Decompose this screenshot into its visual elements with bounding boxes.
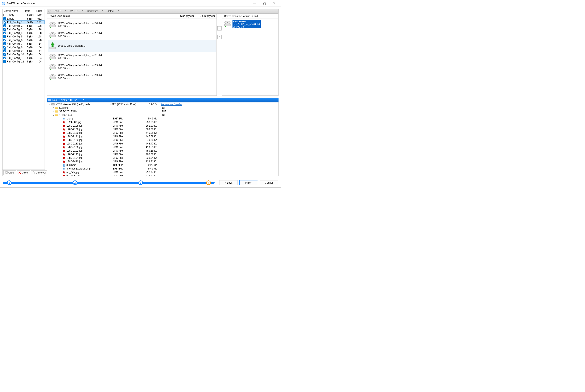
config-checkbox[interactable]	[3, 35, 6, 38]
step-4[interactable]: 4	[206, 180, 211, 185]
config-header-type[interactable]: Type	[23, 9, 33, 13]
available-drive-item[interactable]: H:\Work\Filetypes\raid5_for_pr\d04.dsk20…	[224, 20, 277, 28]
config-checkbox[interactable]	[3, 39, 6, 42]
du-header-name[interactable]: Drives used in raid	[49, 14, 175, 18]
step-2[interactable]: 2	[73, 180, 77, 185]
config-row[interactable]: Full_Config_5 5 (B) 128	[2, 35, 44, 38]
file-row[interactable]: 1280-9480.jpg JPG File 139.91 Kb	[47, 160, 278, 163]
du-header-start[interactable]: Start (bytes)	[175, 14, 194, 18]
file-row[interactable]: 1280-9194.jpg JPG File 336.94 Kb	[47, 156, 278, 160]
preview-link[interactable]: Preview as Reader	[161, 103, 182, 106]
config-row[interactable]: Full_Config_8 5 (B) 64	[2, 46, 44, 49]
config-checkbox[interactable]	[3, 42, 6, 45]
config-row[interactable]: Full_Config_3 5 (B) 128	[2, 28, 44, 31]
jpg-file-icon	[62, 121, 65, 124]
direction-dropdown[interactable]: Backward	[86, 10, 104, 12]
step-1[interactable]: 1	[7, 180, 11, 185]
config-row[interactable]: Full_Config_4 5 (B) 128	[2, 31, 44, 35]
step-3[interactable]: 3	[138, 180, 143, 185]
maximize-button[interactable]: ▢	[260, 0, 269, 6]
config-row[interactable]: Full_Config_12 5 (B) 64	[2, 60, 44, 63]
file-row[interactable]: 1280-9193.jpg JPG File 402.02 Kb	[47, 152, 278, 156]
raid-summary-dropdown[interactable]: Raid: 6 disks, 1.00 Gb	[52, 99, 85, 102]
file-row[interactable]: 1280-9181.jpg JPG File 447.68 Kb	[47, 134, 278, 138]
config-checkbox[interactable]	[3, 56, 6, 59]
file-row[interactable]: 1280-9186.jpg JPG File 419.50 Kb	[47, 145, 278, 149]
file-tree[interactable]: v NTFS Volume 937 (raid5, raid) NTFS (22…	[47, 102, 278, 176]
config-checkbox[interactable]	[3, 50, 6, 52]
file-row[interactable]: 1280-9182.jpg JPG File 579.36 Kb	[47, 138, 278, 142]
move-left-button[interactable]: <	[217, 26, 222, 30]
file-name: 1280-9180.jpg	[66, 132, 113, 134]
drives-available-header[interactable]: Drives available for use in raid	[222, 14, 278, 19]
config-row[interactable]: Full_Config_11 5 (B) 64	[2, 56, 44, 60]
stripe-size-dropdown[interactable]: 128 KB	[69, 10, 84, 12]
file-row[interactable]: u9_2923.jpg JPG File 378.47 Kb	[47, 174, 278, 176]
used-drive-item[interactable]: H:\Work\File types\raid5_for_pr\d00.dsk …	[48, 20, 216, 30]
config-header-name[interactable]: Config Name	[2, 9, 23, 13]
drives-used-panel: Drives used in raid Start (bytes) Count …	[47, 14, 217, 96]
file-name: Internet Explorer.bmp	[66, 167, 113, 170]
minimize-button[interactable]: —	[250, 0, 260, 6]
config-row[interactable]: Full_Config_10 5 (B) 64	[2, 52, 44, 56]
config-checkbox[interactable]	[3, 28, 6, 31]
drop-zone[interactable]: Drag & Drop Disk here...	[48, 40, 216, 52]
config-row[interactable]: Full_Config_1 5 (B) 128	[2, 20, 44, 24]
config-checkbox[interactable]	[3, 46, 6, 48]
expand-icon[interactable]: ›	[52, 110, 55, 112]
drive-icon	[49, 31, 56, 39]
file-row[interactable]: 1.bmp BMP File 5.49 Mb	[47, 117, 278, 120]
file-row[interactable]: 1280-9159.jpg JPG File 503.08 Kb	[47, 128, 278, 131]
expand-icon[interactable]: ›	[52, 106, 55, 109]
file-row[interactable]: 1024-509.jpg JPG File 233.68 Kb	[47, 120, 278, 124]
drives-used-list[interactable]: H:\Work\File types\raid5_for_pr\d00.dsk …	[47, 18, 216, 96]
expand-icon[interactable]: v	[48, 103, 51, 105]
close-button[interactable]: ✕	[269, 0, 279, 6]
move-right-button[interactable]: >	[217, 35, 222, 39]
used-drive-item[interactable]: H:\Work\File types\raid5_for_pr\d01.dsk …	[48, 52, 216, 62]
raid-type-dropdown[interactable]: Raid 5	[52, 10, 67, 12]
config-checkbox[interactable]	[3, 17, 6, 20]
config-row[interactable]: Full_Config_2 5 (B) 128	[2, 24, 44, 28]
delete-all-button[interactable]: Delete All	[31, 170, 47, 175]
used-drive-item[interactable]: H:\Work\File types\raid5_for_pr\d02.dsk …	[48, 30, 216, 40]
config-header-stripe[interactable]: Stripe	[33, 9, 44, 13]
config-row[interactable]: Empty 6 (BC) 512	[2, 13, 44, 17]
used-drive-item[interactable]: H:\Work\File types\raid5_for_pr\d03.dsk …	[48, 62, 216, 72]
file-row[interactable]: 1280-9108.jpg JPG File 261.90 Kb	[47, 124, 278, 128]
file-row[interactable]: u8_345.jpg JPG File 297.97 Kb	[47, 170, 278, 174]
config-row[interactable]: Empty 5 (B) 512	[2, 17, 44, 20]
file-row[interactable]: 1280-9180.jpg JPG File 440.05 Kb	[47, 131, 278, 134]
detect-dropdown[interactable]: Detect	[106, 10, 121, 12]
config-row[interactable]: Full_Config_9 5 (B) 64	[2, 49, 44, 52]
volume-root[interactable]: v NTFS Volume 937 (raid5, raid) NTFS (22…	[47, 102, 278, 106]
config-checkbox[interactable]	[3, 21, 6, 24]
config-checkbox[interactable]	[3, 60, 6, 63]
back-button[interactable]: < Back	[219, 180, 238, 185]
config-checkbox[interactable]	[3, 53, 6, 56]
delete-button[interactable]: Delete	[17, 170, 30, 175]
folder-row[interactable]: v 1280x1024 DIR	[47, 113, 278, 117]
cancel-button[interactable]: Cancel	[260, 180, 278, 185]
file-row[interactable]: 1280-9191.jpg JPG File 489.16 Kb	[47, 149, 278, 152]
folder-row[interactable]: › $RECYCLE.BIN DIR	[47, 110, 278, 113]
config-name: Full_Config_2	[7, 24, 27, 27]
used-drive-item[interactable]: H:\Work\File types\raid5_for_pr\d05.dsk …	[48, 72, 216, 82]
folder-row[interactable]: › $Extend DIR	[47, 106, 278, 110]
drives-used-header: Drives used in raid Start (bytes) Count …	[47, 14, 216, 18]
file-row[interactable]: 1280-9183.jpg JPG File 448.47 Kb	[47, 142, 278, 145]
du-header-count[interactable]: Count (bytes)	[194, 14, 215, 18]
finish-button[interactable]: Finish	[239, 180, 258, 185]
raid-disk-icon	[48, 98, 51, 102]
expand-icon[interactable]: v	[52, 114, 55, 116]
config-row[interactable]: Full_Config_6 5 (B) 128	[2, 38, 44, 42]
app-window: Raid Wizard - Constructor — ▢ ✕ Config N…	[0, 0, 281, 188]
config-row[interactable]: Full_Config_7 5 (B) 64	[2, 42, 44, 46]
file-row[interactable]: Internet Explorer.bmp BMP File 5.49 Mb	[47, 167, 278, 170]
clone-button[interactable]: Clone	[3, 170, 16, 175]
file-row[interactable]: 333.bmp BMP File 2.25 Mb	[47, 163, 278, 167]
drives-available-list[interactable]: H:\Work\Filetypes\raid5_for_pr\d04.dsk20…	[222, 19, 278, 96]
config-checkbox[interactable]	[3, 14, 6, 16]
config-checkbox[interactable]	[3, 32, 6, 34]
config-checkbox[interactable]	[3, 24, 6, 27]
